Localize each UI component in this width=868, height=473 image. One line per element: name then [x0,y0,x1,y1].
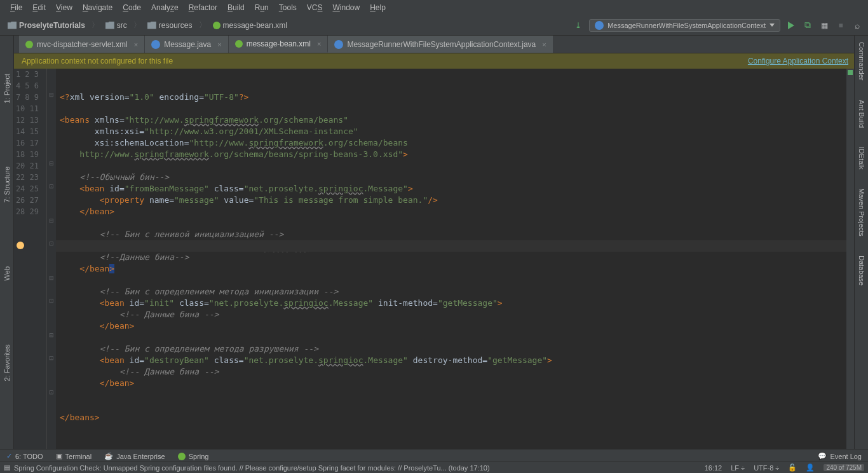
spring-icon [235,40,243,48]
tool-commander[interactable]: Commander [858,42,865,81]
tool-project[interactable]: 1: Project [3,74,11,103]
lock-icon[interactable]: 🔓 [788,463,797,472]
left-tool-strip: 1: Project 7: Structure Web 2: Favorites [0,36,14,454]
folder-icon [105,22,114,29]
tool-favorites[interactable]: 2: Favorites [3,345,11,381]
tab-mvc-dispatcher[interactable]: mvc-dispatcher-servlet.xml× [19,36,145,53]
tab-message-java[interactable]: Message.java× [145,36,228,53]
tool-web[interactable]: Web [3,266,11,280]
menu-window[interactable]: Window [327,3,365,12]
menu-refactor[interactable]: Refactor [184,3,222,12]
bc-project[interactable]: ProselyteTutorials [5,20,88,31]
tool-ant[interactable]: Ant Build [858,100,865,128]
tool-database[interactable]: Database [858,256,865,285]
spring-icon [213,22,220,29]
memory-indicator[interactable]: 240 of 725M [824,464,864,471]
menu-run[interactable]: Run [250,3,274,12]
tool-terminal[interactable]: ▣Terminal [56,452,92,460]
status-icon[interactable]: ▤ [4,463,10,472]
notification-text: Application context not configured for t… [22,57,173,65]
bc-file[interactable]: message-bean.xml [210,20,290,31]
tool-spring[interactable]: Spring [178,453,209,460]
chevron-down-icon [770,24,775,27]
menu-analyze[interactable]: Analyze [146,3,184,12]
stop-button[interactable]: ■ [835,20,846,31]
encoding[interactable]: UTF-8 ÷ [754,464,779,472]
menu-build[interactable]: Build [222,3,250,12]
menu-code[interactable]: Code [118,3,146,12]
line-ending[interactable]: LF ÷ [731,464,745,472]
java-icon [334,40,343,49]
editor[interactable]: 1 2 3 4 5 6 7 8 9 10 11 12 13 14 15 16 1… [14,69,854,454]
code-area[interactable]: <?xml version="1.0" encoding="UTF-8"?> <… [56,69,846,454]
tab-runner-java[interactable]: MessageRunnerWithFileSystemApplicationCo… [328,36,553,53]
tool-idetalk[interactable]: IDEtalk [858,147,865,169]
editor-tabs: mvc-dispatcher-servlet.xml× Message.java… [0,36,868,53]
right-tool-strip: Commander Ant Build IDEtalk Maven Projec… [854,36,868,454]
analysis-ok-marker [848,70,853,75]
fold-gutter[interactable]: ⊟⊟⊡⊟⊡⊟⊡⊟⊡⊡ [47,69,56,454]
build-button[interactable]: ⤓ [573,20,584,31]
menu-tools[interactable]: Tools [274,3,302,12]
tab-message-bean-xml[interactable]: message-bean.xml× [229,36,329,53]
tool-eventlog[interactable]: 💬Event Log [818,452,862,460]
close-icon[interactable]: × [317,40,321,48]
run-config-label: MessageRunnerWithFileSystemApplicationCo… [607,22,766,29]
status-bar: ▤ Spring Configuration Check: Unmapped S… [0,462,868,473]
debug-button[interactable]: ⧉ [802,20,813,31]
search-everywhere-button[interactable]: ⌕ [851,20,863,31]
bug-icon: ⧉ [804,20,811,31]
coverage-button[interactable]: ▦ [818,20,830,31]
bc-src[interactable]: src [103,20,130,31]
bc-sep: 〉 [92,20,99,31]
menu-help[interactable]: Help [365,3,391,12]
spring-icon [25,41,33,48]
tool-structure[interactable]: 7: Structure [3,167,11,203]
toolbar-row: ProselyteTutorials 〉 src 〉 resources 〉 m… [0,15,868,36]
tool-todo[interactable]: ✓6: TODO [6,452,43,460]
main-menu-bar: File Edit View Navigate Code Analyze Ref… [0,0,868,15]
bc-resources[interactable]: resources [145,20,195,31]
close-icon[interactable]: × [134,41,138,48]
close-icon[interactable]: × [542,41,546,48]
configure-context-link[interactable]: Configure Application Context [748,57,848,65]
bottom-tool-strip: ✓6: TODO ▣Terminal ☕Java Enterprise Spri… [0,449,868,463]
balloon-icon: 💬 [818,452,827,460]
menu-vcs[interactable]: VCS [302,3,328,12]
menu-navigate[interactable]: Navigate [78,3,118,12]
play-icon [788,22,794,29]
menu-edit[interactable]: Edit [27,3,51,12]
line-number-gutter: 1 2 3 4 5 6 7 8 9 10 11 12 13 14 15 16 1… [14,69,47,454]
caret-position[interactable]: 16:12 [705,464,722,472]
tool-maven[interactable]: Maven Projects [858,188,865,236]
folder-icon [147,22,156,29]
error-stripe[interactable] [846,69,854,454]
menu-view[interactable]: View [51,3,78,12]
right-toolbar: ⤓ MessageRunnerWithFileSystemApplication… [573,19,863,32]
tool-javaee[interactable]: ☕Java Enterprise [104,452,165,460]
project-icon [8,22,17,29]
hector-icon[interactable]: 👤 [806,463,815,472]
menu-file[interactable]: File [5,3,27,12]
java-icon [595,21,604,30]
status-message: Spring Configuration Check: Unmapped Spr… [14,464,705,472]
close-icon[interactable]: × [217,41,221,48]
search-icon: ⌕ [855,20,860,31]
notification-bar: Application context not configured for t… [0,53,868,69]
java-icon [151,40,160,49]
run-button[interactable] [785,20,797,31]
intention-bulb-icon[interactable] [17,242,24,249]
breadcrumbs: ProselyteTutorials 〉 src 〉 resources 〉 m… [5,20,290,31]
spring-icon [178,453,186,460]
run-config-selector[interactable]: MessageRunnerWithFileSystemApplicationCo… [589,19,780,32]
